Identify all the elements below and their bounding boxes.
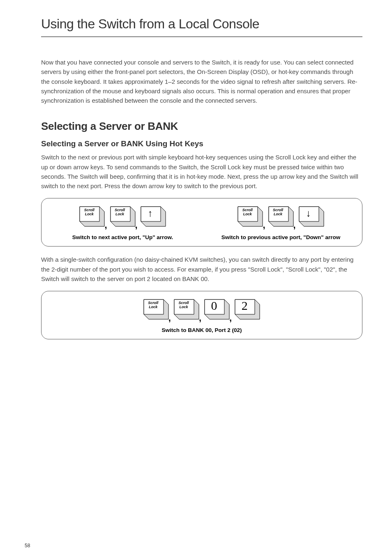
page-number: 58 [25,543,30,548]
diagram-caption-right: Switch to previous active port, "Down" a… [221,234,341,241]
key-digit: 2 [234,299,255,313]
scroll-lock-key: ScrollLock [237,206,263,227]
key-label: ScrollLock [143,301,164,309]
title-rule [41,37,362,37]
hotkey-paragraph-1: Switch to the next or previous port with… [41,152,362,191]
diagram-caption-port02: Switch to BANK 00, Port 2 (02) [50,327,354,334]
down-arrow-key: ↓ [298,206,325,227]
up-arrow-key: ↑ [140,206,166,227]
digit-key-2: 2 [234,299,261,320]
intro-paragraph: Now that you have connected your console… [41,58,362,105]
digit-key-0: 0 [204,299,230,320]
scroll-lock-key: ScrollLock [79,206,105,227]
scroll-lock-key: ScrollLock [110,206,136,227]
diagram-left-col: ScrollLock , ScrollLock , ↑ Switch to ne… [50,206,196,241]
diagram-caption-left: Switch to next active port, "Up" arrow. [72,234,173,241]
hotkey-paragraph-2: With a single-switch configuration (no d… [41,255,362,283]
diagram-next-prev-port: ScrollLock , ScrollLock , ↑ Switch to ne… [41,198,362,247]
scroll-lock-key: ScrollLock [143,299,169,320]
page-title: Using the Switch from a Local Console [41,16,362,32]
key-label: ScrollLock [237,208,258,217]
key-label: ScrollLock [268,208,288,217]
key-label: ScrollLock [173,301,194,309]
down-arrow-icon: ↓ [298,207,319,219]
subsection-heading: Selecting a Server or BANK Using Hot Key… [41,139,362,148]
key-label: ScrollLock [79,208,99,217]
up-arrow-icon: ↑ [140,207,161,219]
section-heading: Selecting a Server or BANK [41,120,362,133]
diagram-right-col: ScrollLock , ScrollLock , ↓ Switch to pr… [208,206,354,241]
diagram-direct-port: ScrollLock , ScrollLock , 0 , 2 Switch t… [41,291,362,339]
scroll-lock-key: ScrollLock [268,206,294,227]
key-label: ScrollLock [110,208,130,217]
key-digit: 0 [204,299,224,313]
scroll-lock-key: ScrollLock [173,299,200,320]
